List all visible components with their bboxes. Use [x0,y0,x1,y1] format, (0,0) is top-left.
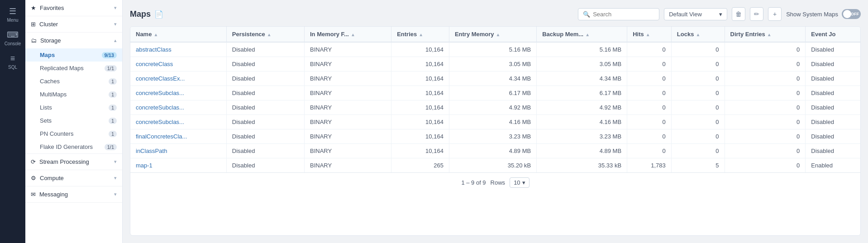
cell-hits: 0 [627,71,672,86]
cluster-label: Cluster [39,21,58,28]
sidebar-item-cluster[interactable]: ⊞ Cluster ▾ [25,16,122,32]
table-row[interactable]: map-1 Disabled BINARY 265 35.20 kB 35.33… [130,158,860,173]
col-backup-mem[interactable]: Backup Mem...▲ [537,27,627,42]
pn-counters-badge: 1 [109,131,117,137]
sets-label: Sets [40,117,52,124]
delete-button[interactable]: 🗑 [732,7,745,21]
caches-label: Caches [40,78,60,85]
cell-entry-memory: 3.23 MB [449,129,536,144]
col-entries[interactable]: Entries▲ [391,27,449,42]
cell-entries: 10,164 [391,115,449,129]
console-button[interactable]: ⌨ Console [2,27,24,49]
sort-icon: ▲ [496,32,501,37]
sort-icon: ▲ [585,32,590,37]
menu-label: Menu [7,18,18,23]
search-input[interactable] [593,11,654,18]
edit-icon: ✏ [754,10,759,18]
table-row[interactable]: concreteSubclas... Disabled BINARY 10,16… [130,115,860,129]
edit-button[interactable]: ✏ [750,7,763,21]
cell-hits: 0 [627,129,672,144]
sidebar-item-storage[interactable]: 🗂 Storage ▴ [25,33,122,48]
col-event-jc[interactable]: Event Jo [806,27,860,42]
sidebar-section-stream-processing: ⟳ Stream Processing ▾ [25,154,122,170]
cell-in-memory-f: BINARY [305,144,391,158]
page-title-text: Maps [130,10,151,19]
main-content: Maps 📄 🔍 Default View ▾ 🗑 ✏ + Show S [123,0,868,243]
col-hits[interactable]: Hits▲ [627,27,672,42]
cell-persistence: Disabled [226,144,304,158]
sidebar-item-stream-processing[interactable]: ⟳ Stream Processing ▾ [25,154,122,170]
col-persistence[interactable]: Persistence▲ [226,27,304,42]
rows-per-page-select[interactable]: 10 ▾ [510,177,529,188]
cell-dirty-entries: 0 [725,42,806,57]
favorites-label: Favorites [40,5,64,11]
sql-icon: ≡ [10,54,15,63]
table-row[interactable]: concreteSubclas... Disabled BINARY 10,16… [130,86,860,100]
col-locks[interactable]: Locks▲ [671,27,725,42]
table-row[interactable]: inClassPath Disabled BINARY 10,164 4.89 … [130,144,860,158]
page-title: Maps 📄 [130,10,163,19]
cell-entries: 265 [391,158,449,173]
cell-in-memory-f: BINARY [305,158,391,173]
toolbar: Maps 📄 🔍 Default View ▾ 🗑 ✏ + Show S [130,7,861,21]
compute-icon: ⚙ [31,175,36,181]
search-box[interactable]: 🔍 [578,8,659,20]
cell-event-jc: Enabled [806,158,860,173]
cell-locks: 0 [671,100,725,115]
menu-button[interactable]: ☰ Menu [2,4,24,25]
col-in-memory-f[interactable]: In Memory F...▲ [305,27,391,42]
compute-label: Compute [40,175,64,181]
show-system-maps-toggle[interactable]: OFF [842,9,861,19]
sidebar-item-messaging[interactable]: ✉ Messaging ▾ [25,186,122,202]
pagination: 1 – 9 of 9 Rows 10 ▾ [130,172,860,192]
table-row[interactable]: finalConcretesCla... Disabled BINARY 10,… [130,129,860,144]
sidebar-item-favorites[interactable]: ★ Favorites ▾ [25,0,122,16]
sidebar-item-maps[interactable]: Maps 9/13 [25,48,122,62]
sort-icon: ▲ [351,32,355,37]
show-system-maps-label: Show System Maps [786,11,838,18]
messaging-label: Messaging [39,191,68,198]
sql-button[interactable]: ≡ SQL [2,51,24,72]
chevron-down-icon: ▾ [114,21,117,27]
cell-locks: 5 [671,158,725,173]
sidebar-item-lists[interactable]: Lists 1 [25,101,122,114]
table-row[interactable]: abstractClass Disabled BINARY 10,164 5.1… [130,42,860,57]
sort-icon: ▲ [267,32,272,37]
maps-label: Maps [40,52,55,58]
add-button[interactable]: + [768,7,782,21]
storage-label: Storage [40,37,61,44]
col-dirty-entries[interactable]: Dirty Entries▲ [725,27,806,42]
table-row[interactable]: concreteClass Disabled BINARY 10,164 3.0… [130,57,860,71]
sidebar-item-sets[interactable]: Sets 1 [25,114,122,127]
cell-dirty-entries: 0 [725,144,806,158]
sidebar-item-compute[interactable]: ⚙ Compute ▾ [25,170,122,186]
cell-event-jc: Disabled [806,57,860,71]
cell-dirty-entries: 0 [725,86,806,100]
cell-locks: 0 [671,42,725,57]
sidebar-item-multimaps[interactable]: MultiMaps 1 [25,88,122,101]
cell-hits: 1,783 [627,158,672,173]
maps-table-container: Name▲ Persistence▲ In Memory F...▲ Entri… [130,26,861,236]
table-row[interactable]: concreteSubclas... Disabled BINARY 10,16… [130,100,860,115]
cell-dirty-entries: 0 [725,100,806,115]
multimaps-label: MultiMaps [40,91,67,98]
table-row[interactable]: concreteClassEx... Disabled BINARY 10,16… [130,71,860,86]
lists-badge: 1 [109,105,117,111]
cell-dirty-entries: 0 [725,71,806,86]
cell-in-memory-f: BINARY [305,129,391,144]
cell-dirty-entries: 0 [725,129,806,144]
sort-icon: ▲ [419,32,423,37]
sidebar-item-flake-id-generators[interactable]: Flake ID Generators 1/1 [25,140,122,153]
menu-icon: ☰ [9,6,16,16]
cell-name: map-1 [130,158,226,173]
stream-processing-label: Stream Processing [39,158,89,165]
sidebar-item-pn-counters[interactable]: PN Counters 1 [25,127,122,140]
cell-entry-memory: 4.34 MB [449,71,536,86]
cell-locks: 0 [671,144,725,158]
sidebar-item-caches[interactable]: Caches 1 [25,75,122,88]
sidebar-item-replicated-maps[interactable]: Replicated Maps 1/1 [25,62,122,75]
cell-name: concreteSubclas... [130,115,226,129]
col-entry-memory[interactable]: Entry Memory▲ [449,27,536,42]
view-select[interactable]: Default View ▾ [664,8,727,20]
col-name[interactable]: Name▲ [130,27,226,42]
